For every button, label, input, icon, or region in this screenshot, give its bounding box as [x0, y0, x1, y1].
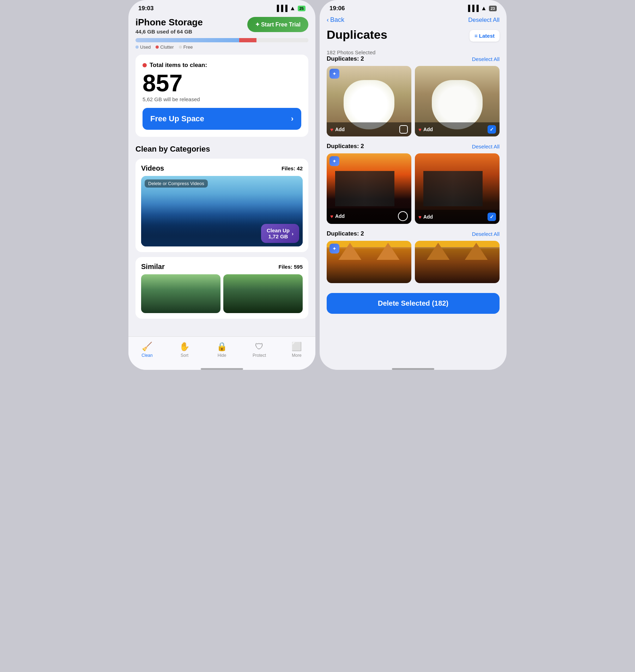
add-btn-2-2[interactable]: ♥ Add [418, 214, 433, 220]
heart-icon-1-1: ♥ [330, 127, 333, 133]
trial-button[interactable]: ✦ Start Free Trial [247, 17, 309, 32]
dup-photo-3-2[interactable] [415, 241, 500, 283]
nav-clean-label: Clean [141, 353, 152, 358]
similar-count: 595 [294, 264, 303, 270]
video-thumbnail[interactable]: Delete or Compress Videos Clean Up 1,72 … [141, 176, 303, 246]
dup-label-1: Duplicates: 2 [327, 55, 364, 62]
dup-section-1: Duplicates: 2 Deselect All ✦ ♥ Add [327, 55, 500, 136]
heart-icon-2-1: ♥ [330, 213, 333, 219]
app-header: iPhone Storage 44,6 GB used of 64 GB ✦ S… [135, 17, 308, 35]
select-box-2-2[interactable] [488, 213, 496, 221]
select-box-1-2[interactable] [488, 125, 496, 134]
dup-photo-1-2[interactable]: ♥ Add [415, 66, 500, 136]
bar-free [256, 38, 308, 42]
legend-used: Used [135, 44, 151, 50]
cat-body-2 [432, 80, 483, 129]
clean-release: 5,62 GB will be released [143, 96, 301, 102]
cat-orange-scene-2 [415, 241, 500, 283]
dup-photo-2-2[interactable]: ♥ Add [415, 153, 500, 224]
dup-deselect-1[interactable]: Deselect All [472, 56, 500, 62]
sparkle-badge-2: ✦ [329, 156, 339, 166]
nav-hide-label: Hide [218, 353, 226, 358]
dup-deselect-3[interactable]: Deselect All [472, 231, 500, 237]
cleanup-line1: Clean Up [267, 227, 290, 233]
back-button[interactable]: ‹ Back [327, 16, 344, 24]
videos-files: Files: 42 [282, 165, 303, 171]
clean-label: Total items to clean: [150, 62, 207, 69]
status-icons-left: ▐▐▐ ▲ 25 [275, 5, 306, 12]
cat-orange-scene-1 [327, 241, 411, 283]
sparkle-badge-3: ✦ [329, 244, 339, 253]
nav-more[interactable]: ⬜ More [278, 340, 315, 360]
heart-icon-2-2: ♥ [418, 214, 422, 220]
add-label-1-2: Add [423, 127, 433, 132]
dup-photo-3-1[interactable]: ✦ [327, 241, 411, 283]
yellow-bar-1 [327, 241, 411, 247]
dup-photo-2-1[interactable]: ✦ ♥ Add [327, 153, 411, 224]
status-bar-right: 19:06 ▐▐▐ ▲ 23 [320, 0, 507, 15]
similar-card: Similar Files: 595 [135, 257, 308, 319]
categories-title: Clean by Categories [135, 145, 308, 154]
chevron-right-icon-2: › [292, 231, 294, 237]
add-btn-1-2[interactable]: ♥ Add [418, 127, 433, 133]
bar-used [135, 38, 239, 42]
right-header: ‹ Back Deselect All [327, 15, 500, 28]
dup-photos-2: ✦ ♥ Add ♥ [327, 153, 500, 224]
battery-left: 25 [298, 6, 306, 11]
dup-photo-1-1[interactable]: ✦ ♥ Add [327, 66, 411, 136]
photos-selected: 182 Photos Selected [327, 49, 500, 55]
header-deselect-button[interactable]: Deselect All [468, 17, 500, 24]
chevron-left-icon: ‹ [327, 16, 329, 24]
nav-sort-label: Sort [181, 353, 188, 358]
free-up-button[interactable]: Free Up Space › [143, 108, 301, 130]
nav-hide[interactable]: 🔒 Hide [203, 340, 241, 360]
dup-header-2: Duplicates: 2 Deselect All [327, 143, 500, 150]
nav-sort[interactable]: ✋ Sort [166, 340, 203, 360]
dup-section-3: Duplicates: 2 Deselect All ✦ [327, 230, 500, 283]
select-box-1-1[interactable] [399, 125, 408, 134]
signal-icon-right: ▐▐▐ [466, 5, 479, 12]
storage-legend: Used Clutter Free [135, 44, 308, 50]
dup-section-2: Duplicates: 2 Deselect All ✦ ♥ Add [327, 143, 500, 224]
sparkle-badge-1: ✦ [329, 69, 339, 79]
heart-icon-1-2: ♥ [418, 127, 422, 133]
battery-right: 23 [489, 6, 497, 11]
similar-thumbnails [141, 274, 303, 313]
sort-icon: ✋ [179, 342, 190, 352]
back-label: Back [330, 16, 344, 24]
red-dot [143, 63, 147, 67]
status-bar-left: 19:03 ▐▐▐ ▲ 25 [128, 0, 315, 15]
photo-bar-1-2: ♥ Add [415, 122, 500, 136]
home-indicator-right [392, 368, 434, 370]
sim-thumb-1 [141, 274, 220, 313]
clutter-dot [156, 45, 159, 49]
dup-header-3: Duplicates: 2 Deselect All [327, 230, 500, 237]
nav-protect[interactable]: 🛡 Protect [241, 340, 278, 360]
storage-used-bold: 44,6 GB [135, 29, 155, 35]
video-cleanup-button[interactable]: Clean Up 1,72 GB › [261, 224, 299, 243]
right-phone: 19:06 ▐▐▐ ▲ 23 ‹ Back Deselect All Dupli… [320, 0, 507, 370]
dup-deselect-2[interactable]: Deselect All [472, 143, 500, 149]
free-up-label: Free Up Space [150, 114, 204, 123]
nav-clean[interactable]: 🧹 Clean [128, 340, 166, 360]
used-dot [135, 45, 139, 49]
cleanup-text: Clean Up 1,72 GB [267, 227, 290, 239]
similar-header: Similar Files: 595 [141, 263, 303, 271]
add-btn-2-1[interactable]: ♥ Add [330, 213, 345, 219]
delete-selected-button[interactable]: Delete Selected (182) [327, 293, 500, 314]
time-left: 19:03 [138, 5, 153, 12]
sim-thumb-2 [223, 274, 303, 313]
circle-select-2-1[interactable] [398, 211, 408, 221]
left-phone: 19:03 ▐▐▐ ▲ 25 iPhone Storage 44,6 GB us… [128, 0, 315, 370]
add-label-2-1: Add [335, 213, 345, 219]
storage-used-rest: used of 64 GB [157, 29, 192, 35]
page-title: Duplicates [327, 28, 387, 42]
sort-latest-button[interactable]: ≡ Latest [470, 30, 500, 42]
bottom-nav-left: 🧹 Clean ✋ Sort 🔒 Hide 🛡 Protect ⬜ More [128, 336, 315, 370]
storage-bar [135, 38, 308, 42]
photo-bar-2-2: ♥ Add [415, 210, 500, 224]
add-btn-1-1[interactable]: ♥ Add [330, 127, 345, 133]
cat-body-1 [344, 80, 394, 129]
broom-icon: 🧹 [142, 342, 152, 352]
dup-label-3: Duplicates: 2 [327, 230, 364, 237]
